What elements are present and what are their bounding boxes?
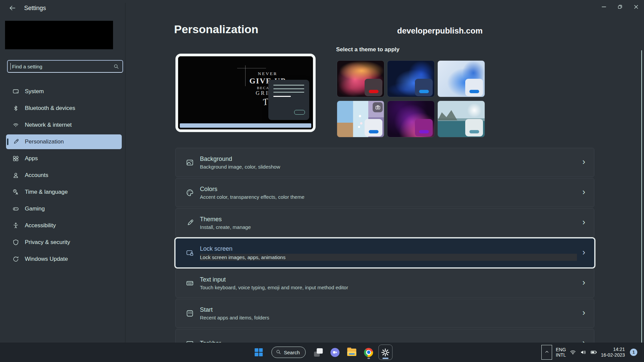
- tray-date: 16-02-2023: [601, 352, 625, 358]
- sidebar-item-windows-update[interactable]: Windows Update: [6, 252, 122, 266]
- settings-row-start[interactable]: StartRecent apps and items, folders›: [175, 299, 594, 328]
- theme-accent-pill: [419, 130, 429, 133]
- row-title: Text input: [200, 276, 348, 283]
- theme-card-preview: [365, 119, 382, 136]
- sidebar-item-label: Windows Update: [25, 256, 68, 262]
- bluetooth-icon: [12, 105, 19, 112]
- minimize-button[interactable]: [596, 0, 612, 15]
- sidebar: Find a setting SystemBluetooth & devices…: [0, 16, 125, 343]
- theme-accent-pill: [419, 90, 429, 93]
- running-indicator: [382, 358, 388, 359]
- sidebar-nav: SystemBluetooth & devicesNetwork & inter…: [0, 84, 125, 268]
- text-input-keyboard-icon: [186, 279, 194, 287]
- watermark-text: developerpublish.com: [397, 26, 483, 36]
- chevron-up-icon: [544, 349, 550, 356]
- sidebar-item-label: Apps: [25, 155, 38, 162]
- sidebar-item-gaming[interactable]: Gaming: [6, 201, 122, 216]
- sidebar-item-label: Accounts: [25, 172, 48, 179]
- notification-badge[interactable]: 1: [630, 349, 637, 356]
- theme-purple-glow[interactable]: [387, 101, 434, 137]
- window-controls: [596, 0, 644, 15]
- file-explorer-button[interactable]: [345, 345, 359, 360]
- theme-card-preview: [415, 79, 433, 96]
- theme-accent-pill: [369, 90, 378, 93]
- privacy-shield-icon: [12, 239, 19, 246]
- volume-icon[interactable]: [580, 349, 587, 356]
- theme-card-preview: [465, 119, 483, 136]
- task-view-icon: [314, 348, 323, 357]
- taskbar-search[interactable]: Search: [271, 347, 306, 358]
- sidebar-item-label: Privacy & security: [25, 239, 70, 246]
- desktop: Settings Find a setting SystemBluetooth …: [0, 0, 644, 362]
- sidebar-item-system[interactable]: System: [6, 84, 122, 99]
- close-icon: [633, 4, 639, 11]
- scrollbar[interactable]: [641, 50, 642, 343]
- network-icon: [12, 122, 19, 128]
- system-icon: [12, 88, 19, 95]
- row-subtitle: Lock screen images, apps, animations: [200, 254, 577, 261]
- tray-time: 14:21: [601, 347, 625, 352]
- row-subtitle: Accent color, transparency effects, colo…: [200, 194, 305, 200]
- settings-row-themes[interactable]: ThemesInstall, create, manage›: [175, 208, 594, 237]
- wifi-icon[interactable]: [570, 349, 576, 356]
- sidebar-item-accounts[interactable]: Accounts: [6, 168, 122, 183]
- theme-blue-bloom-light[interactable]: [438, 61, 485, 97]
- account-redacted-block: [5, 21, 113, 49]
- camera-icon: [373, 102, 383, 112]
- theme-card-preview: [465, 79, 483, 96]
- start-button[interactable]: [252, 345, 265, 360]
- theme-photo-collage[interactable]: [337, 101, 384, 137]
- wallpaper-cross-decoration: [237, 68, 266, 68]
- search-placeholder: Find a setting: [12, 64, 113, 69]
- sidebar-item-network-internet[interactable]: Network & internet: [6, 118, 122, 132]
- theme-mountain-lake[interactable]: [438, 101, 485, 137]
- back-button[interactable]: [9, 4, 16, 12]
- accessibility-icon: [12, 222, 19, 229]
- main-content: Personalization developerpublish.com NEV…: [125, 16, 644, 343]
- sidebar-item-accessibility[interactable]: Accessibility: [6, 218, 122, 233]
- preview-mock-button: [294, 110, 305, 115]
- start-menu-icon: [186, 309, 194, 317]
- task-view-button[interactable]: [312, 345, 325, 360]
- system-tray: ENG INTL 14:21 16-02-2023 1: [541, 343, 637, 362]
- theme-blue-bloom-dark[interactable]: [387, 61, 434, 97]
- sidebar-item-label: Gaming: [25, 205, 45, 212]
- row-title: Background: [200, 156, 280, 163]
- sidebar-item-label: Bluetooth & devices: [25, 105, 75, 112]
- theme-card-preview: [415, 119, 433, 136]
- sidebar-item-time-language[interactable]: Time & language: [6, 185, 122, 199]
- taskbar: Search ENG INTL 14:21 16-02-2023 1: [0, 343, 644, 362]
- sidebar-item-label: Accessibility: [25, 222, 56, 229]
- colors-palette-icon: [186, 189, 194, 197]
- tray-expand-button[interactable]: [541, 345, 552, 360]
- chat-button[interactable]: [328, 345, 342, 360]
- sidebar-item-privacy-security[interactable]: Privacy & security: [6, 235, 122, 250]
- row-title: Start: [200, 306, 269, 313]
- theme-accent-pill: [469, 130, 479, 133]
- close-button[interactable]: [628, 0, 644, 15]
- search-box[interactable]: Find a setting: [7, 60, 123, 73]
- clock[interactable]: 14:21 16-02-2023: [601, 347, 625, 358]
- battery-icon[interactable]: [590, 349, 597, 356]
- settings-row-background[interactable]: BackgroundBackground image, color, slide…: [175, 148, 594, 177]
- theme-grid: [337, 61, 485, 137]
- row-title: Lock screen: [200, 245, 577, 252]
- sidebar-item-apps[interactable]: Apps: [6, 151, 122, 166]
- chrome-button[interactable]: [362, 345, 375, 360]
- back-arrow-icon: [9, 8, 16, 13]
- settings-app-button[interactable]: [379, 345, 392, 360]
- lock-screen-icon: [186, 249, 194, 257]
- minimize-icon: [601, 4, 607, 11]
- restore-button[interactable]: [612, 0, 628, 15]
- theme-dark-flower[interactable]: [337, 61, 384, 97]
- chevron-right-icon: ›: [582, 158, 585, 167]
- language-indicator[interactable]: ENG INTL: [556, 347, 566, 358]
- sidebar-item-bluetooth-devices[interactable]: Bluetooth & devices: [6, 101, 122, 116]
- settings-row-lock-screen[interactable]: Lock screenLock screen images, apps, ani…: [175, 238, 594, 267]
- theme-accent-pill: [369, 130, 378, 133]
- time-language-icon: [12, 189, 19, 195]
- settings-row-text-input[interactable]: Text inputTouch keyboard, voice typing, …: [175, 268, 594, 298]
- settings-row-colors[interactable]: ColorsAccent color, transparency effects…: [175, 178, 594, 207]
- search-icon: [276, 349, 281, 356]
- sidebar-item-personalization[interactable]: Personalization: [6, 134, 122, 149]
